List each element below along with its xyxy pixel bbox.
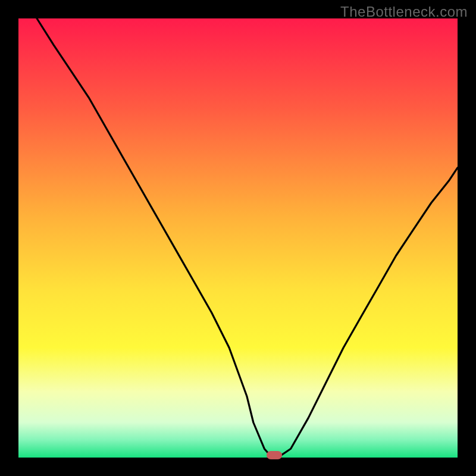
watermark-text: TheBottleneck.com (340, 4, 468, 20)
chart-svg (0, 0, 476, 476)
chart-stage: TheBottleneck.com (0, 0, 476, 476)
plot-background (18, 18, 458, 458)
optimal-marker (267, 451, 282, 459)
